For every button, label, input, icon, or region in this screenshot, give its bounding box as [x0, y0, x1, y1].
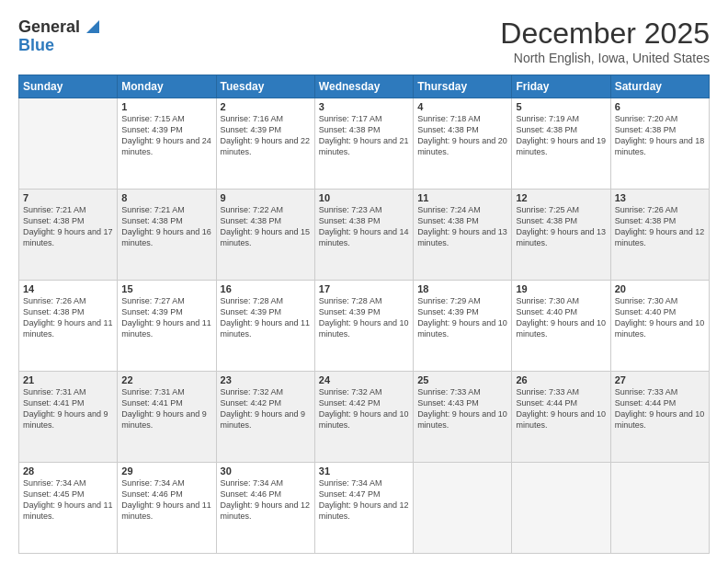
- calendar-cell: [414, 463, 512, 554]
- logo: General Blue: [18, 17, 99, 53]
- day-info: Sunrise: 7:30 AM Sunset: 4:40 PM Dayligh…: [615, 295, 705, 340]
- calendar-cell: 19Sunrise: 7:30 AM Sunset: 4:40 PM Dayli…: [512, 281, 610, 372]
- day-info: Sunrise: 7:18 AM Sunset: 4:38 PM Dayligh…: [417, 113, 507, 158]
- calendar-cell: 16Sunrise: 7:28 AM Sunset: 4:39 PM Dayli…: [216, 281, 314, 372]
- calendar-cell: 11Sunrise: 7:24 AM Sunset: 4:38 PM Dayli…: [414, 190, 512, 281]
- day-number: 10: [319, 192, 409, 203]
- calendar-cell: 28Sunrise: 7:34 AM Sunset: 4:45 PM Dayli…: [19, 463, 118, 554]
- day-number: 29: [121, 465, 211, 477]
- calendar-cell: [512, 463, 610, 554]
- weekday-header-thursday: Thursday: [414, 75, 512, 98]
- calendar-cell: 10Sunrise: 7:23 AM Sunset: 4:38 PM Dayli…: [314, 190, 413, 281]
- day-info: Sunrise: 7:16 AM Sunset: 4:39 PM Dayligh…: [221, 113, 311, 158]
- calendar-week-row: 28Sunrise: 7:34 AM Sunset: 4:45 PM Dayli…: [19, 463, 710, 554]
- day-number: 20: [615, 283, 705, 294]
- day-info: Sunrise: 7:26 AM Sunset: 4:38 PM Dayligh…: [23, 295, 113, 340]
- calendar-week-row: 14Sunrise: 7:26 AM Sunset: 4:38 PM Dayli…: [19, 281, 710, 372]
- day-info: Sunrise: 7:33 AM Sunset: 4:43 PM Dayligh…: [417, 386, 507, 431]
- calendar-cell: 29Sunrise: 7:34 AM Sunset: 4:46 PM Dayli…: [118, 463, 216, 554]
- calendar-cell: 5Sunrise: 7:19 AM Sunset: 4:38 PM Daylig…: [512, 98, 610, 190]
- day-number: 24: [319, 374, 409, 385]
- day-info: Sunrise: 7:17 AM Sunset: 4:38 PM Dayligh…: [319, 113, 409, 158]
- title-block: December 2025 North English, Iowa, Unite…: [500, 17, 710, 65]
- calendar-cell: 26Sunrise: 7:33 AM Sunset: 4:44 PM Dayli…: [512, 372, 610, 463]
- page: General Blue December 2025 North English…: [0, 0, 728, 563]
- day-info: Sunrise: 7:34 AM Sunset: 4:46 PM Dayligh…: [221, 477, 311, 523]
- day-info: Sunrise: 7:31 AM Sunset: 4:41 PM Dayligh…: [121, 386, 211, 431]
- day-info: Sunrise: 7:31 AM Sunset: 4:41 PM Dayligh…: [23, 386, 113, 431]
- calendar-cell: 12Sunrise: 7:25 AM Sunset: 4:38 PM Dayli…: [512, 190, 610, 281]
- day-number: 11: [417, 192, 507, 203]
- day-number: 5: [516, 101, 606, 112]
- calendar-cell: 2Sunrise: 7:16 AM Sunset: 4:39 PM Daylig…: [216, 98, 314, 190]
- calendar-cell: 15Sunrise: 7:27 AM Sunset: 4:39 PM Dayli…: [118, 281, 216, 372]
- day-number: 16: [221, 283, 311, 294]
- day-number: 13: [615, 192, 705, 203]
- day-info: Sunrise: 7:24 AM Sunset: 4:38 PM Dayligh…: [417, 204, 507, 249]
- day-number: 25: [417, 374, 507, 385]
- day-number: 9: [221, 192, 311, 203]
- calendar-cell: 27Sunrise: 7:33 AM Sunset: 4:44 PM Dayli…: [610, 372, 709, 463]
- day-info: Sunrise: 7:25 AM Sunset: 4:38 PM Dayligh…: [516, 204, 606, 249]
- calendar-week-row: 21Sunrise: 7:31 AM Sunset: 4:41 PM Dayli…: [19, 372, 710, 463]
- weekday-header-monday: Monday: [118, 75, 216, 98]
- day-info: Sunrise: 7:30 AM Sunset: 4:40 PM Dayligh…: [516, 295, 606, 340]
- location: North English, Iowa, United States: [500, 51, 710, 65]
- calendar-cell: 17Sunrise: 7:28 AM Sunset: 4:39 PM Dayli…: [314, 281, 413, 372]
- logo-blue-text: Blue: [18, 37, 54, 53]
- calendar-cell: 6Sunrise: 7:20 AM Sunset: 4:38 PM Daylig…: [610, 98, 709, 190]
- calendar-cell: 30Sunrise: 7:34 AM Sunset: 4:46 PM Dayli…: [216, 463, 314, 554]
- day-number: 22: [121, 374, 211, 385]
- day-info: Sunrise: 7:21 AM Sunset: 4:38 PM Dayligh…: [121, 204, 211, 249]
- calendar-cell: 23Sunrise: 7:32 AM Sunset: 4:42 PM Dayli…: [216, 372, 314, 463]
- calendar-cell: 20Sunrise: 7:30 AM Sunset: 4:40 PM Dayli…: [610, 281, 709, 372]
- calendar-cell: 25Sunrise: 7:33 AM Sunset: 4:43 PM Dayli…: [414, 372, 512, 463]
- day-number: 31: [319, 465, 409, 477]
- day-info: Sunrise: 7:15 AM Sunset: 4:39 PM Dayligh…: [121, 113, 211, 158]
- header: General Blue December 2025 North English…: [18, 17, 710, 65]
- day-number: 15: [121, 283, 211, 294]
- logo-icon: [83, 17, 99, 33]
- calendar-cell: 21Sunrise: 7:31 AM Sunset: 4:41 PM Dayli…: [19, 372, 118, 463]
- day-number: 6: [615, 101, 705, 112]
- day-info: Sunrise: 7:26 AM Sunset: 4:38 PM Dayligh…: [615, 204, 705, 249]
- day-info: Sunrise: 7:19 AM Sunset: 4:38 PM Dayligh…: [516, 113, 606, 158]
- logo-general-text: General: [18, 18, 80, 35]
- day-info: Sunrise: 7:33 AM Sunset: 4:44 PM Dayligh…: [516, 386, 606, 431]
- day-number: 19: [516, 283, 606, 294]
- day-info: Sunrise: 7:27 AM Sunset: 4:39 PM Dayligh…: [121, 295, 211, 340]
- calendar-cell: 18Sunrise: 7:29 AM Sunset: 4:39 PM Dayli…: [414, 281, 512, 372]
- calendar-week-row: 7Sunrise: 7:21 AM Sunset: 4:38 PM Daylig…: [19, 190, 710, 281]
- calendar-cell: 31Sunrise: 7:34 AM Sunset: 4:47 PM Dayli…: [314, 463, 413, 554]
- day-info: Sunrise: 7:34 AM Sunset: 4:46 PM Dayligh…: [121, 477, 211, 523]
- day-number: 12: [516, 192, 606, 203]
- day-info: Sunrise: 7:28 AM Sunset: 4:39 PM Dayligh…: [319, 295, 409, 340]
- calendar-cell: 22Sunrise: 7:31 AM Sunset: 4:41 PM Dayli…: [118, 372, 216, 463]
- weekday-header-sunday: Sunday: [19, 75, 118, 98]
- weekday-header-row: SundayMondayTuesdayWednesdayThursdayFrid…: [19, 75, 710, 98]
- weekday-header-friday: Friday: [512, 75, 610, 98]
- day-number: 23: [221, 374, 311, 385]
- day-number: 26: [516, 374, 606, 385]
- day-info: Sunrise: 7:29 AM Sunset: 4:39 PM Dayligh…: [417, 295, 507, 340]
- weekday-header-tuesday: Tuesday: [216, 75, 314, 98]
- day-info: Sunrise: 7:28 AM Sunset: 4:39 PM Dayligh…: [221, 295, 311, 340]
- day-info: Sunrise: 7:33 AM Sunset: 4:44 PM Dayligh…: [615, 386, 705, 431]
- day-number: 1: [121, 101, 211, 112]
- day-number: 21: [23, 374, 113, 385]
- day-number: 4: [417, 101, 507, 112]
- calendar-cell: 7Sunrise: 7:21 AM Sunset: 4:38 PM Daylig…: [19, 190, 118, 281]
- calendar-cell: 3Sunrise: 7:17 AM Sunset: 4:38 PM Daylig…: [314, 98, 413, 190]
- calendar-cell: 13Sunrise: 7:26 AM Sunset: 4:38 PM Dayli…: [610, 190, 709, 281]
- day-number: 30: [221, 465, 311, 477]
- calendar-cell: [19, 98, 118, 190]
- weekday-header-saturday: Saturday: [610, 75, 709, 98]
- day-number: 27: [615, 374, 705, 385]
- day-info: Sunrise: 7:22 AM Sunset: 4:38 PM Dayligh…: [221, 204, 311, 249]
- day-info: Sunrise: 7:32 AM Sunset: 4:42 PM Dayligh…: [319, 386, 409, 431]
- day-info: Sunrise: 7:23 AM Sunset: 4:38 PM Dayligh…: [319, 204, 409, 249]
- day-info: Sunrise: 7:32 AM Sunset: 4:42 PM Dayligh…: [221, 386, 311, 431]
- calendar-cell: 14Sunrise: 7:26 AM Sunset: 4:38 PM Dayli…: [19, 281, 118, 372]
- day-number: 28: [23, 465, 113, 477]
- svg-marker-0: [86, 20, 99, 33]
